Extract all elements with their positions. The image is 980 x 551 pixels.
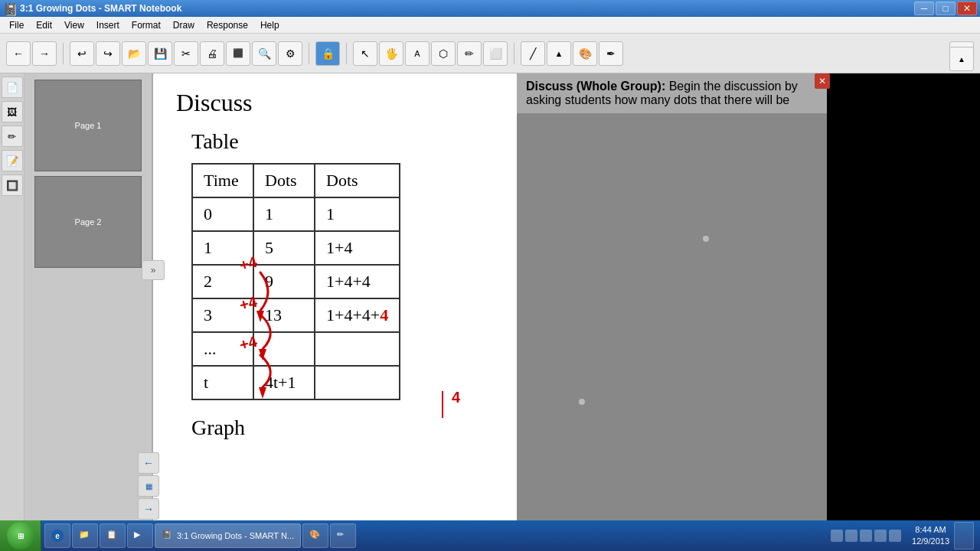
text-tool[interactable]: A [405,41,430,66]
app-icon: 📓 [3,2,15,15]
table-title: Table [191,129,494,154]
back-button[interactable]: ← [6,41,31,66]
eraser-tool[interactable]: ⬜ [483,41,508,66]
start-button[interactable]: ⊞ [0,520,41,551]
taskbar-notebook-label: 3:1 Growing Dots - SMART N... [177,531,294,540]
right-panel-close-button[interactable]: ✕ [815,73,830,89]
dot-marker-1 [703,236,709,242]
redo-button[interactable]: ↪ [96,41,120,66]
screen-button[interactable]: ⬛ [226,41,250,66]
cell-time-0: 0 [192,197,253,231]
next-page-button[interactable]: → [138,498,159,520]
print-button[interactable]: 🖨 [200,41,224,66]
cell-dots2-2: 1+4+4 [315,265,400,298]
smart-lock-button[interactable]: 🔒 [315,41,340,66]
cell-dots1-1: 5 [253,231,315,265]
bottom-left-nav: ← ▦ → [142,452,155,520]
left-nav-panel: Page 1 Page 2 [24,73,153,520]
taskbar-ie[interactable]: e [44,523,70,548]
cell-time-dots: ... [192,332,253,366]
shape-tool[interactable]: ⬡ [431,41,456,66]
taskbar: ⊞ e 📁 📋 ▶ 📓 3:1 Growing Dots - SMART N..… [0,520,980,551]
sidebar-pen-btn[interactable]: ✏ [2,126,23,147]
up-icon[interactable]: ▲ [949,47,974,71]
sidebar-page-btn[interactable]: 📄 [2,77,23,98]
tray-icon-5 [889,530,901,542]
scroll-indicator: ▲ [949,47,974,71]
menu-file[interactable]: File [3,18,30,32]
menu-bar: File Edit View Insert Format Draw Respon… [0,17,980,34]
save-button[interactable]: 💾 [148,41,172,66]
close-button[interactable]: ✕ [957,2,977,15]
system-tray [831,530,901,542]
taskbar-items: e 📁 📋 ▶ 📓 3:1 Growing Dots - SMART N... … [41,523,825,548]
sidebar-gallery-btn[interactable]: 🖼 [2,101,23,122]
cut-button[interactable]: ✂ [174,41,198,66]
title-bar-left: 📓 3:1 Growing Dots - SMART Notebook [3,2,181,15]
col-header-dots1: Dots [253,164,315,197]
forward-button[interactable]: → [32,41,57,66]
tray-icon-4 [874,530,887,542]
menu-help[interactable]: Help [254,18,286,32]
menu-format[interactable]: Format [126,18,167,32]
menu-edit[interactable]: Edit [30,18,58,32]
toolbar-separator-3 [346,43,347,64]
taskbar-right: 8:44 AM 12/9/2013 [825,522,980,549]
maximize-button[interactable]: □ [936,2,956,15]
right-panel-label: Discuss (Whole Group): [526,80,665,93]
table-row: 2 9 1+4+4 [192,265,400,298]
tray-icon-3 [860,530,872,542]
page-thumbnail-1[interactable]: Page 1 [34,80,142,171]
hand-tool[interactable]: 🖐 [379,41,403,66]
pen-tool[interactable]: ✏ [457,41,482,66]
cell-dots2-3: 1+4+4+4 [315,298,400,332]
notebook-icon: 📓 [162,530,174,542]
taskbar-media[interactable]: ▶ [127,523,153,548]
menu-view[interactable]: View [58,18,90,32]
taskbar-clock[interactable]: 8:44 AM 12/9/2013 [912,524,949,548]
table-row: 0 1 1 [192,197,400,231]
page-thumbnail-2[interactable]: Page 2 [34,176,142,268]
nav-grid-button[interactable]: ▦ [138,475,159,497]
cell-dots2-t [315,366,400,399]
col-header-dots2: Dots [315,164,400,197]
fill-tool[interactable]: ▲ [547,41,571,66]
window-title: 3:1 Growing Dots - SMART Notebook [20,3,181,14]
color-tool[interactable]: 🎨 [573,41,597,66]
taskbar-explorer[interactable]: 📁 [72,523,98,548]
cell-time-2: 2 [192,265,253,298]
right-panel-gray-area [517,114,827,520]
menu-draw[interactable]: Draw [167,18,201,32]
cell-time-3: 3 [192,298,253,332]
right-panel-info: Discuss (Whole Group): Begin the discuss… [517,73,827,114]
table-row: t 4t+1 [192,366,400,399]
show-desktop-button[interactable] [954,522,974,549]
title-bar: 📓 3:1 Growing Dots - SMART Notebook ─ □ … [0,0,980,17]
nav-expand-arrow[interactable]: » [142,260,165,280]
minimize-button[interactable]: ─ [914,2,934,15]
taskbar-task[interactable]: 📋 [100,523,126,548]
line-tool[interactable]: ╱ [521,41,545,66]
sidebar-props-btn[interactable]: 📝 [2,150,23,171]
col-header-time: Time [192,164,253,197]
menu-insert[interactable]: Insert [90,18,126,32]
explorer-icon: 📁 [79,530,91,542]
taskbar-notebook[interactable]: 📓 3:1 Growing Dots - SMART N... [155,523,301,548]
zoom-button[interactable]: 🔍 [252,41,276,66]
taskbar-paint[interactable]: 🎨 [302,523,328,548]
undo-button[interactable]: ↩ [70,41,94,66]
draw-tools: ↖ 🖐 A ⬡ ✏ ⬜ [353,41,508,66]
toolbar-separator-2 [309,43,309,64]
taskbar-edit[interactable]: ✏ [330,523,356,548]
sidebar-addons-btn[interactable]: 🔲 [2,174,23,196]
menu-response[interactable]: Response [201,18,254,32]
prev-page-button[interactable]: ← [138,452,159,474]
tray-icon-1 [831,530,843,542]
smart-button-group: 🔒 [315,41,340,66]
select-tool[interactable]: ↖ [353,41,377,66]
settings-button[interactable]: ⚙ [278,41,302,66]
graph-title: Graph [191,416,494,440]
open-button[interactable]: 📂 [122,41,146,66]
table-row: 3 13 1+4+4+4 [192,298,400,332]
marker-tool[interactable]: ✒ [599,41,623,66]
